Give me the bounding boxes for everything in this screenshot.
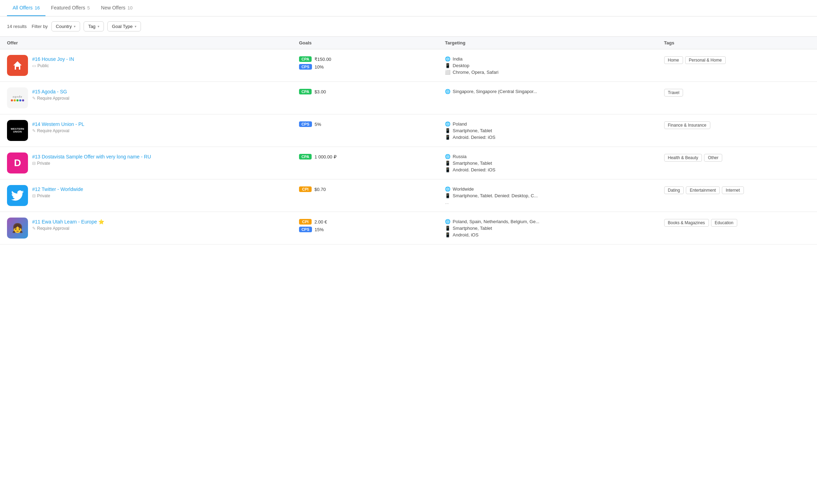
meta-icon: ⊟	[32, 193, 36, 198]
globe-icon: 🌐	[445, 154, 450, 159]
offer-name-12[interactable]: #12 Twitter - Worldwide	[32, 186, 83, 192]
targeting-row: 📱Smartphone, Tablet. Denied: Desktop, C.…	[445, 193, 664, 198]
tab-featured[interactable]: Featured Offers5	[45, 0, 95, 16]
col-header-targeting: Targeting	[445, 40, 664, 45]
cpa-badge: CPA	[299, 154, 312, 159]
goal-type-filter-button[interactable]: Goal Type ▾	[107, 21, 141, 31]
globe-icon: 🌐	[445, 89, 450, 94]
meta-text: Require Approval	[37, 96, 69, 101]
goal-item: CPS5%	[299, 121, 445, 127]
globe-icon: 🌐	[445, 219, 450, 224]
offer-info-16: #16 House Joy - IN▭Public	[32, 55, 74, 68]
targeting-row: 📱Smartphone, Tablet	[445, 226, 664, 231]
tab-count-featured: 5	[87, 5, 90, 10]
table-row: 👧#11 Ewa Utah Learn - Europe ⭐✎Require A…	[0, 212, 817, 244]
tab-label-featured: Featured Offers	[51, 5, 85, 10]
monitor-icon: 📱	[445, 161, 450, 166]
tag-badge: Other	[704, 154, 722, 162]
offer-meta-13: ⊟Private	[32, 161, 151, 166]
tag-badge: Books & Magazines	[664, 219, 709, 227]
tag-badge: Health & Beauty	[664, 154, 702, 162]
tab-all[interactable]: All Offers16	[7, 0, 45, 16]
targeting-text: Android. Denied: iOS	[453, 135, 495, 140]
targeting-row: 📱Android. Denied: iOS	[445, 167, 664, 172]
meta-text: Private	[37, 161, 50, 166]
globe-icon: 🌐	[445, 186, 450, 192]
table-row: D#13 Dostavista Sample Offer with very l…	[0, 147, 817, 179]
goal-item: CPS15%	[299, 227, 445, 232]
country-filter-label: Country	[56, 24, 72, 29]
offer-cell-11: 👧#11 Ewa Utah Learn - Europe ⭐✎Require A…	[7, 218, 299, 239]
cpa-badge: CPA	[299, 56, 312, 62]
targeting-cell-16: 🌐India📱Desktop⬜Chrome, Opera, Safari	[445, 55, 664, 75]
tag-filter-button[interactable]: Tag ▾	[84, 21, 104, 31]
tab-count-all: 16	[35, 5, 40, 10]
goal-item: CPA₹150.00	[299, 56, 445, 62]
targeting-row: 🌐Poland	[445, 121, 664, 127]
goal-value: $0.70	[314, 187, 326, 192]
monitor-icon: 📱	[445, 135, 450, 140]
offer-meta-15: ✎Require Approval	[32, 96, 69, 101]
goal-value: 5%	[315, 122, 321, 127]
tag-filter-label: Tag	[88, 24, 95, 29]
targeting-text: Worldwide	[453, 186, 474, 192]
offer-name-16[interactable]: #16 House Joy - IN	[32, 56, 74, 62]
tag-badge: Dating	[664, 186, 684, 194]
monitor-icon: 📱	[445, 232, 450, 237]
table-row: WESTERNUNION#14 Western Union - PL✎Requi…	[0, 114, 817, 147]
offer-logo-12	[7, 185, 28, 206]
tabs-bar: All Offers16Featured Offers5New Offers10	[0, 0, 817, 16]
monitor-icon: 📱	[445, 226, 450, 231]
cpa-badge: CPA	[299, 89, 312, 94]
col-header-tags: Tags	[664, 40, 810, 45]
targeting-row: 🌐Singapore, Singapore (Central Singapor.…	[445, 89, 664, 94]
offer-logo-16	[7, 55, 28, 76]
tab-new[interactable]: New Offers10	[95, 0, 138, 16]
results-count: 14 results	[7, 24, 27, 29]
tag-badge: Internet	[722, 186, 744, 194]
offer-name-13[interactable]: #13 Dostavista Sample Offer with very lo…	[32, 154, 151, 159]
goal-item: CPI2.00 €	[299, 219, 445, 225]
targeting-row: ...	[445, 200, 664, 205]
offer-logo-15: agoda	[7, 87, 28, 108]
globe-icon: 🌐	[445, 56, 450, 62]
offer-name-15[interactable]: #15 Agoda - SG	[32, 89, 69, 94]
col-header-offer: Offer	[7, 40, 299, 45]
goal-value: 1 000.00 ₽	[314, 154, 336, 159]
meta-text: Private	[37, 193, 50, 198]
table-row: #16 House Joy - IN▭PublicCPA₹150.00CPS10…	[0, 49, 817, 82]
filter-label: Filter by	[31, 24, 48, 29]
offer-info-12: #12 Twitter - Worldwide⊟Private	[32, 185, 83, 198]
goal-type-chevron-icon: ▾	[135, 24, 136, 28]
goals-cell-11: CPI2.00 €CPS15%	[299, 218, 445, 232]
goal-item: CPS10%	[299, 64, 445, 70]
targeting-text: Chrome, Opera, Safari	[453, 70, 498, 75]
country-filter-button[interactable]: Country ▾	[51, 21, 80, 31]
targeting-text: Desktop	[453, 63, 469, 68]
goal-value: ₹150.00	[314, 57, 331, 62]
monitor-icon: 📱	[445, 167, 450, 172]
targeting-cell-12: 🌐Worldwide📱Smartphone, Tablet. Denied: D…	[445, 185, 664, 205]
cps-badge: CPS	[299, 227, 312, 232]
col-header-goals: Goals	[299, 40, 445, 45]
tags-cell-15: Travel	[664, 87, 810, 97]
goals-cell-15: CPA$3.00	[299, 87, 445, 94]
globe-icon: 🌐	[445, 121, 450, 127]
offer-cell-16: #16 House Joy - IN▭Public	[7, 55, 299, 76]
table-header: Offer Goals Targeting Tags	[0, 37, 817, 49]
cps-badge: CPS	[299, 121, 312, 127]
goal-value: 2.00 €	[314, 219, 327, 225]
tab-count-new: 10	[128, 5, 133, 10]
offer-cell-14: WESTERNUNION#14 Western Union - PL✎Requi…	[7, 120, 299, 141]
targeting-text: Android. Denied: iOS	[453, 167, 495, 172]
offer-info-15: #15 Agoda - SG✎Require Approval	[32, 87, 69, 101]
monitor-icon: 📱	[445, 63, 450, 68]
targeting-row: 📱Smartphone, Tablet	[445, 128, 664, 133]
offer-name-14[interactable]: #14 Western Union - PL	[32, 121, 84, 127]
meta-text: Require Approval	[37, 128, 69, 133]
targeting-row: 🌐Russia	[445, 154, 664, 159]
offer-name-11[interactable]: #11 Ewa Utah Learn - Europe ⭐	[32, 219, 104, 225]
targeting-text: Smartphone, Tablet	[453, 226, 492, 231]
country-chevron-icon: ▾	[74, 24, 76, 28]
browser-icon: ⬜	[445, 70, 450, 75]
